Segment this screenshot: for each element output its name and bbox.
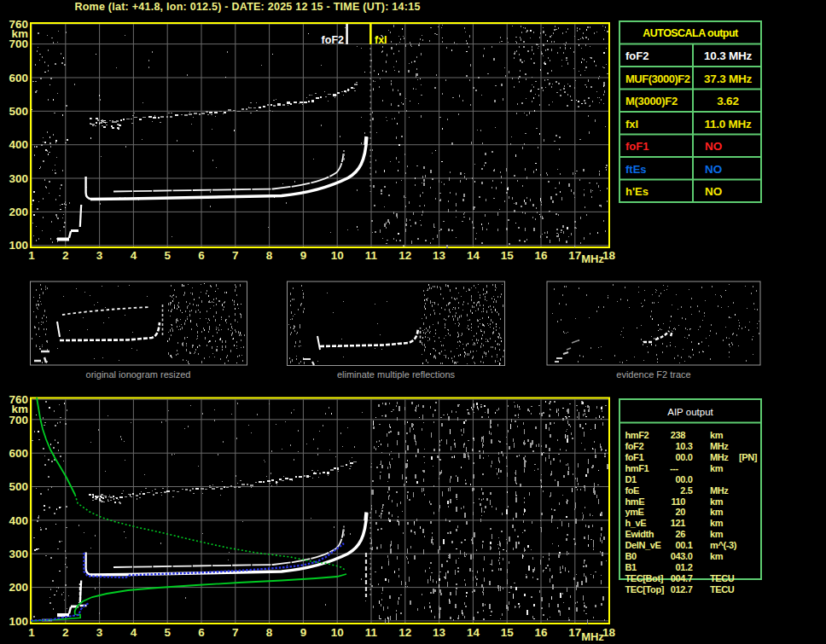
- svg-text:h_vE: h_vE: [625, 518, 647, 528]
- svg-text:11.0 MHz: 11.0 MHz: [704, 118, 752, 131]
- svg-text:8: 8: [266, 249, 273, 262]
- svg-text:D1: D1: [625, 474, 637, 484]
- svg-text:B0: B0: [625, 551, 637, 561]
- svg-text:.7: .7: [685, 573, 693, 583]
- svg-text:hmF2: hmF2: [625, 430, 649, 440]
- svg-text:h'Es: h'Es: [625, 185, 649, 198]
- svg-text:500: 500: [9, 105, 28, 118]
- svg-text:10: 10: [331, 626, 344, 639]
- svg-text:5: 5: [164, 249, 171, 262]
- svg-text:18: 18: [602, 626, 616, 639]
- svg-text:200: 200: [9, 206, 28, 218]
- svg-text:110: 110: [671, 496, 685, 507]
- svg-text:km: km: [710, 430, 724, 440]
- svg-text:15: 15: [501, 626, 515, 639]
- svg-text:16: 16: [534, 249, 548, 262]
- svg-text:2: 2: [62, 249, 69, 262]
- svg-text:NO: NO: [705, 163, 722, 176]
- svg-text:MHz: MHz: [581, 630, 604, 643]
- svg-text:8: 8: [266, 626, 273, 639]
- svg-text:km: km: [710, 496, 724, 507]
- svg-text:00: 00: [676, 474, 686, 484]
- svg-text:10.3 MHz: 10.3 MHz: [704, 49, 752, 62]
- svg-text:1: 1: [28, 249, 35, 262]
- svg-text:4: 4: [131, 626, 137, 639]
- svg-text:B1: B1: [625, 562, 637, 572]
- svg-text:100: 100: [9, 615, 28, 628]
- svg-text:.1: .1: [685, 540, 693, 550]
- svg-text:20: 20: [676, 507, 686, 517]
- svg-text:.7: .7: [685, 584, 693, 595]
- svg-text:ymE: ymE: [625, 507, 644, 517]
- svg-text:TECU: TECU: [710, 584, 735, 595]
- svg-text:6: 6: [198, 626, 205, 639]
- svg-text:012: 012: [671, 584, 685, 595]
- svg-text:M(3000)F2: M(3000)F2: [625, 95, 678, 107]
- svg-text:evidence F2 trace: evidence F2 trace: [616, 369, 690, 380]
- svg-text:foF2: foF2: [322, 34, 344, 46]
- svg-text:004: 004: [671, 573, 686, 583]
- svg-text:km: km: [11, 403, 28, 415]
- svg-text:100: 100: [9, 239, 28, 252]
- svg-text:1: 1: [28, 626, 35, 639]
- svg-text:3: 3: [96, 249, 103, 262]
- svg-text:500: 500: [9, 480, 28, 493]
- svg-text:TECU: TECU: [710, 573, 735, 583]
- svg-text:foF2: foF2: [625, 441, 644, 451]
- svg-text:NO: NO: [705, 185, 722, 198]
- svg-text:TEC[Top]: TEC[Top]: [625, 584, 665, 595]
- svg-text:DelN_vE: DelN_vE: [625, 540, 661, 550]
- svg-text:km: km: [710, 518, 724, 528]
- svg-text:.3: .3: [685, 441, 693, 451]
- svg-text:9: 9: [300, 626, 307, 639]
- svg-text:400: 400: [9, 138, 28, 151]
- svg-text:fxI: fxI: [375, 34, 387, 46]
- svg-text:9: 9: [300, 249, 307, 262]
- svg-text:00: 00: [676, 452, 686, 462]
- svg-text:km: km: [710, 463, 724, 473]
- svg-text:7: 7: [232, 626, 239, 639]
- svg-text:m^(-3): m^(-3): [710, 540, 737, 550]
- svg-text:2: 2: [62, 626, 69, 639]
- svg-text:km: km: [11, 27, 28, 40]
- svg-text:.0: .0: [685, 551, 693, 561]
- svg-text:13: 13: [433, 626, 446, 639]
- svg-text:11: 11: [365, 626, 378, 639]
- svg-text:400: 400: [9, 514, 28, 527]
- svg-text:MHz: MHz: [710, 452, 729, 462]
- svg-text:043: 043: [671, 551, 685, 561]
- svg-text:10: 10: [676, 441, 686, 451]
- svg-text:TEC[Bot]: TEC[Bot]: [625, 573, 664, 583]
- svg-text:11: 11: [365, 249, 378, 262]
- svg-text:12: 12: [398, 626, 411, 639]
- svg-text:18: 18: [602, 249, 616, 262]
- svg-text:MHz: MHz: [710, 485, 729, 496]
- svg-text:5: 5: [164, 626, 171, 639]
- svg-text:---: ---: [670, 463, 679, 473]
- svg-text:37.3 MHz: 37.3 MHz: [704, 73, 752, 85]
- svg-text:3: 3: [96, 626, 103, 639]
- svg-text:300: 300: [9, 172, 28, 185]
- svg-text:16: 16: [534, 626, 548, 639]
- svg-text:Rome (lat: +41.8, lon: 012.5): Rome (lat: +41.8, lon: 012.5) - DATE: 20…: [74, 1, 420, 13]
- svg-text:fxI: fxI: [625, 118, 638, 131]
- svg-text:hmF1: hmF1: [625, 463, 649, 473]
- svg-text:km: km: [710, 507, 724, 517]
- svg-text:12: 12: [398, 249, 411, 262]
- svg-text:17: 17: [568, 249, 581, 262]
- svg-text:km: km: [710, 551, 724, 561]
- svg-text:121: 121: [671, 518, 685, 528]
- svg-text:00: 00: [676, 540, 686, 550]
- svg-text:600: 600: [9, 72, 28, 84]
- svg-text:200: 200: [9, 581, 28, 594]
- svg-text:original ionogram resized: original ionogram resized: [86, 369, 191, 380]
- svg-text:foF2: foF2: [625, 49, 649, 62]
- svg-text:6: 6: [198, 249, 205, 262]
- svg-text:01: 01: [676, 562, 686, 572]
- svg-text:238: 238: [671, 430, 685, 440]
- svg-text:13: 13: [433, 249, 446, 262]
- svg-text:17: 17: [568, 626, 581, 639]
- svg-text:AUTOSCALA output: AUTOSCALA output: [643, 27, 739, 39]
- svg-text:eliminate multiple reflections: eliminate multiple reflections: [337, 369, 456, 380]
- svg-text:AIP output: AIP output: [667, 407, 713, 417]
